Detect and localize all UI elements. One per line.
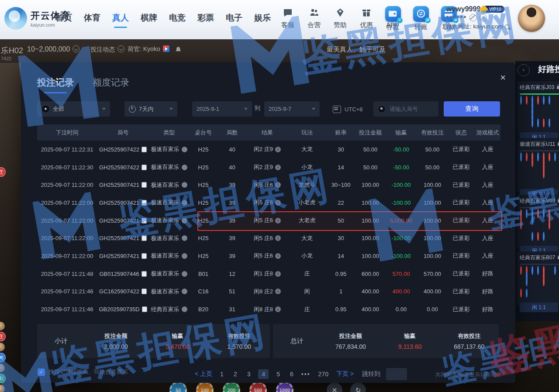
username[interactable]: wywy9999 (446, 5, 480, 13)
quick-action-sponsor[interactable]: 赞助 (330, 7, 350, 29)
replay-icon[interactable] (182, 147, 187, 152)
road-cell (554, 267, 559, 272)
road-cell (531, 238, 537, 244)
cell-table-no: C16 (189, 283, 217, 301)
nav-menu-item[interactable]: 首页 (55, 12, 72, 28)
masked-balance: ****** (446, 14, 467, 21)
quick-action-chat[interactable]: 客服 (278, 7, 298, 29)
page-number-4[interactable]: 4 (258, 369, 269, 379)
date-to-dropdown[interactable]: 2025-9-7 (264, 101, 320, 117)
copy-icon[interactable] (141, 271, 147, 277)
quick-action-partners[interactable]: 合营 (304, 7, 324, 29)
table-row: 2025-09-07 11:22:30GH2525907422极速百家乐H254… (37, 158, 500, 176)
info-icon[interactable]: i (275, 271, 281, 277)
page-number-1[interactable]: 1 (218, 369, 226, 379)
road-cell (548, 125, 554, 131)
copy-icon[interactable] (141, 253, 147, 259)
info-icon[interactable]: i (275, 200, 281, 206)
cell-status: 已派彩 (448, 141, 475, 158)
collapse-icon[interactable]: ‹ (518, 64, 530, 76)
copy-icon[interactable] (141, 235, 147, 241)
cell-status: 已派彩 (448, 176, 475, 194)
play-icon[interactable] (163, 45, 169, 52)
nav-menu-item[interactable]: 体育 (84, 12, 100, 28)
replay-icon[interactable] (182, 235, 187, 241)
replay-icon[interactable] (182, 306, 187, 312)
replay-icon[interactable] (182, 182, 187, 188)
nav-menu-item[interactable]: 电子 (226, 12, 242, 28)
copy-icon[interactable] (141, 165, 147, 170)
wallet-action-transfer[interactable]: ⇄转账 (411, 6, 431, 31)
refresh-v-icon[interactable]: V (480, 14, 487, 21)
info-icon[interactable]: i (275, 289, 281, 294)
road-cell (548, 227, 554, 233)
game-type-dropdown[interactable]: ♠ 全部 (37, 101, 110, 117)
chip-500[interactable]: 500 (249, 382, 267, 392)
search-icon[interactable] (505, 24, 510, 29)
round-input[interactable] (389, 105, 434, 113)
replay-icon[interactable] (182, 271, 187, 277)
nav-menu-item[interactable]: 彩票 (197, 12, 214, 28)
copy-icon[interactable] (141, 218, 147, 224)
bell-icon[interactable] (176, 47, 181, 52)
next-page-button[interactable]: 下页 > (336, 370, 354, 378)
user-avatar[interactable] (518, 5, 545, 32)
road-card[interactable]: 经典百家乐B07闲 1:1 (517, 251, 559, 306)
lock-icon (557, 86, 559, 89)
replay-icon[interactable] (182, 289, 187, 294)
page-number-last[interactable]: 270 (316, 369, 331, 379)
copy-icon[interactable] (141, 147, 147, 152)
chevron-down-icon[interactable] (72, 45, 79, 52)
chevron-down-icon[interactable] (117, 45, 124, 52)
chip-100[interactable]: 100 (196, 382, 214, 392)
jump-to-input[interactable] (386, 368, 407, 380)
merge-display-checkbox[interactable]: ✓ (38, 368, 45, 376)
chip-1000[interactable]: 1000 (276, 382, 293, 392)
copy-icon[interactable] (142, 306, 147, 312)
tab-投注记录[interactable]: 投注记录 (37, 76, 74, 93)
table-id: 乐H02 (1, 45, 23, 56)
chip-200[interactable]: 200 (223, 382, 240, 392)
round-search-box (373, 101, 438, 117)
chip-50[interactable]: 50 (169, 382, 187, 392)
page-number-5[interactable]: 5 (274, 369, 282, 379)
info-icon[interactable]: i (275, 218, 281, 224)
query-button[interactable]: 查询 (444, 101, 500, 117)
nav-menu-item[interactable]: 真人 (112, 12, 129, 28)
replay-icon[interactable] (182, 165, 187, 170)
info-icon[interactable]: i (275, 253, 281, 259)
road-card[interactable]: 极速百家乐U11闲 1:1 (517, 138, 559, 192)
eye-off-icon[interactable] (469, 14, 477, 21)
prev-page-button[interactable]: < 上页 (195, 370, 212, 378)
quick-action-gift[interactable]: 优惠 (356, 7, 376, 29)
replay-icon[interactable] (182, 200, 187, 206)
road-bet-button[interactable]: 闲 1:1 (520, 303, 558, 312)
date-range-dropdown[interactable]: 7天内 (124, 101, 177, 117)
nav-menu-item[interactable]: 电竞 (169, 12, 186, 28)
info-icon[interactable]: i (275, 235, 281, 241)
page-number-2[interactable]: 2 (231, 369, 239, 379)
copy-icon[interactable] (141, 289, 147, 294)
nav-menu-item[interactable]: 棋牌 (141, 12, 157, 28)
copy-icon[interactable] (141, 200, 147, 206)
wallet-action-deposit[interactable]: +存款 (383, 6, 404, 31)
replay-icon[interactable] (182, 253, 187, 259)
info-icon[interactable]: i (275, 147, 281, 152)
copy-icon[interactable] (141, 182, 147, 188)
page-number-3[interactable]: 3 (245, 369, 253, 379)
road-cell (554, 227, 559, 233)
road-cell (531, 221, 537, 227)
info-icon[interactable]: i (275, 306, 281, 312)
road-card[interactable]: 经典百家乐V03闲 1:1 (517, 195, 559, 249)
road-card[interactable]: 经典百家乐J03闲 1:1 (517, 81, 559, 135)
date-from-dropdown[interactable]: 2025-9-1 (192, 101, 252, 117)
replay-icon[interactable] (182, 218, 187, 224)
tab-额度记录[interactable]: 额度记录 (93, 76, 129, 93)
info-icon[interactable]: i (275, 165, 281, 170)
page-number-6[interactable]: 6 (288, 369, 296, 379)
table-row: 2025-09-07 11:21:48GB0125907446极速百家乐B011… (37, 265, 500, 283)
bet-feed[interactable]: 投注动态 (90, 45, 124, 54)
nav-menu-item[interactable]: 娱乐 (254, 12, 271, 28)
close-icon[interactable]: × (500, 73, 506, 83)
info-icon[interactable]: i (275, 182, 281, 188)
